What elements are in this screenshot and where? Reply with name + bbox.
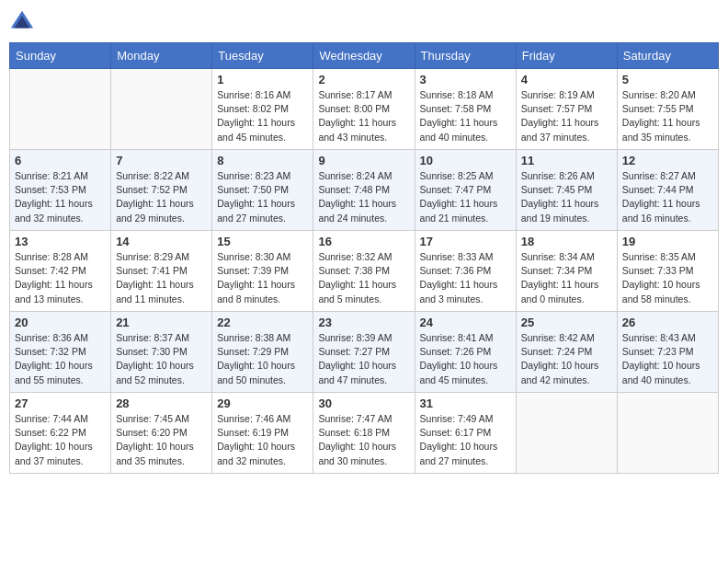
calendar-cell: 30Sunrise: 7:47 AMSunset: 6:18 PMDayligh… [313,393,415,474]
day-info: Sunrise: 7:45 AMSunset: 6:20 PMDaylight:… [116,412,207,468]
day-number: 19 [622,235,713,248]
calendar-header-thursday: Thursday [415,43,516,69]
calendar-week-row: 13Sunrise: 8:28 AMSunset: 7:42 PMDayligh… [10,231,719,312]
calendar-header-friday: Friday [516,43,617,69]
day-info: Sunrise: 8:24 AMSunset: 7:48 PMDaylight:… [318,169,409,225]
calendar-cell: 9Sunrise: 8:24 AMSunset: 7:48 PMDaylight… [313,150,415,231]
calendar-header-tuesday: Tuesday [212,43,313,69]
calendar-header-row: SundayMondayTuesdayWednesdayThursdayFrid… [10,43,719,69]
calendar-cell: 29Sunrise: 7:46 AMSunset: 6:19 PMDayligh… [212,393,313,474]
calendar-header-monday: Monday [111,43,212,69]
calendar-week-row: 1Sunrise: 8:16 AMSunset: 8:02 PMDaylight… [10,69,719,150]
day-info: Sunrise: 8:20 AMSunset: 7:55 PMDaylight:… [622,88,713,144]
day-number: 3 [420,73,511,86]
calendar-cell: 6Sunrise: 8:21 AMSunset: 7:53 PMDaylight… [10,150,111,231]
calendar-cell: 31Sunrise: 7:49 AMSunset: 6:17 PMDayligh… [415,393,516,474]
calendar-cell: 27Sunrise: 7:44 AMSunset: 6:22 PMDayligh… [10,393,111,474]
day-number: 30 [318,396,409,410]
calendar-cell: 18Sunrise: 8:34 AMSunset: 7:34 PMDayligh… [516,231,617,312]
calendar-cell: 3Sunrise: 8:18 AMSunset: 7:58 PMDaylight… [415,69,516,150]
calendar-cell: 28Sunrise: 7:45 AMSunset: 6:20 PMDayligh… [111,393,212,474]
day-info: Sunrise: 7:49 AMSunset: 6:17 PMDaylight:… [420,412,511,468]
day-number: 1 [217,73,308,86]
day-number: 26 [622,316,713,329]
day-number: 9 [318,154,409,167]
calendar-week-row: 20Sunrise: 8:36 AMSunset: 7:32 PMDayligh… [10,312,719,393]
calendar-cell: 20Sunrise: 8:36 AMSunset: 7:32 PMDayligh… [10,312,111,393]
day-number: 29 [217,396,308,410]
day-info: Sunrise: 8:35 AMSunset: 7:33 PMDaylight:… [622,250,713,306]
day-number: 4 [521,73,612,86]
day-info: Sunrise: 8:33 AMSunset: 7:36 PMDaylight:… [420,250,511,306]
calendar-cell: 21Sunrise: 8:37 AMSunset: 7:30 PMDayligh… [111,312,212,393]
day-number: 20 [15,316,106,329]
day-number: 24 [420,316,511,329]
day-number: 5 [622,73,713,86]
calendar-cell: 19Sunrise: 8:35 AMSunset: 7:33 PMDayligh… [617,231,718,312]
calendar-cell: 24Sunrise: 8:41 AMSunset: 7:26 PMDayligh… [415,312,516,393]
day-info: Sunrise: 8:28 AMSunset: 7:42 PMDaylight:… [15,250,106,306]
calendar-cell: 15Sunrise: 8:30 AMSunset: 7:39 PMDayligh… [212,231,313,312]
day-number: 13 [15,235,106,248]
calendar-cell [111,69,212,150]
day-info: Sunrise: 8:32 AMSunset: 7:38 PMDaylight:… [318,250,409,306]
day-info: Sunrise: 8:21 AMSunset: 7:53 PMDaylight:… [15,169,106,225]
calendar-cell: 13Sunrise: 8:28 AMSunset: 7:42 PMDayligh… [10,231,111,312]
calendar-header-wednesday: Wednesday [313,43,415,69]
day-info: Sunrise: 8:30 AMSunset: 7:39 PMDaylight:… [217,250,308,306]
calendar-table: SundayMondayTuesdayWednesdayThursdayFrid… [9,42,719,474]
day-number: 31 [420,396,511,410]
day-info: Sunrise: 8:34 AMSunset: 7:34 PMDaylight:… [521,250,612,306]
calendar-cell [516,393,617,474]
day-number: 6 [15,154,106,167]
day-number: 17 [420,235,511,248]
day-info: Sunrise: 8:43 AMSunset: 7:23 PMDaylight:… [622,331,713,387]
day-info: Sunrise: 8:42 AMSunset: 7:24 PMDaylight:… [521,331,612,387]
calendar-cell: 10Sunrise: 8:25 AMSunset: 7:47 PMDayligh… [415,150,516,231]
day-number: 25 [521,316,612,329]
day-number: 16 [318,235,409,248]
calendar-cell: 11Sunrise: 8:26 AMSunset: 7:45 PMDayligh… [516,150,617,231]
day-info: Sunrise: 8:41 AMSunset: 7:26 PMDaylight:… [420,331,511,387]
day-number: 7 [116,154,207,167]
logo [9,9,39,35]
calendar-cell: 17Sunrise: 8:33 AMSunset: 7:36 PMDayligh… [415,231,516,312]
day-info: Sunrise: 7:44 AMSunset: 6:22 PMDaylight:… [15,412,106,468]
calendar-cell: 22Sunrise: 8:38 AMSunset: 7:29 PMDayligh… [212,312,313,393]
calendar-week-row: 27Sunrise: 7:44 AMSunset: 6:22 PMDayligh… [10,393,719,474]
day-info: Sunrise: 8:26 AMSunset: 7:45 PMDaylight:… [521,169,612,225]
logo-icon [9,9,35,35]
calendar-cell [10,69,111,150]
day-info: Sunrise: 8:29 AMSunset: 7:41 PMDaylight:… [116,250,207,306]
calendar-header-saturday: Saturday [617,43,718,69]
calendar-cell: 7Sunrise: 8:22 AMSunset: 7:52 PMDaylight… [111,150,212,231]
day-info: Sunrise: 7:46 AMSunset: 6:19 PMDaylight:… [217,412,308,468]
day-info: Sunrise: 7:47 AMSunset: 6:18 PMDaylight:… [318,412,409,468]
day-number: 12 [622,154,713,167]
calendar-cell: 26Sunrise: 8:43 AMSunset: 7:23 PMDayligh… [617,312,718,393]
day-info: Sunrise: 8:36 AMSunset: 7:32 PMDaylight:… [15,331,106,387]
day-info: Sunrise: 8:23 AMSunset: 7:50 PMDaylight:… [217,169,308,225]
calendar-header-sunday: Sunday [10,43,111,69]
day-info: Sunrise: 8:25 AMSunset: 7:47 PMDaylight:… [420,169,511,225]
day-info: Sunrise: 8:17 AMSunset: 8:00 PMDaylight:… [318,88,409,144]
day-info: Sunrise: 8:37 AMSunset: 7:30 PMDaylight:… [116,331,207,387]
header [9,9,719,35]
day-number: 15 [217,235,308,248]
day-info: Sunrise: 8:38 AMSunset: 7:29 PMDaylight:… [217,331,308,387]
calendar-cell: 16Sunrise: 8:32 AMSunset: 7:38 PMDayligh… [313,231,415,312]
calendar-cell: 2Sunrise: 8:17 AMSunset: 8:00 PMDaylight… [313,69,415,150]
calendar-cell: 1Sunrise: 8:16 AMSunset: 8:02 PMDaylight… [212,69,313,150]
calendar-cell: 25Sunrise: 8:42 AMSunset: 7:24 PMDayligh… [516,312,617,393]
calendar-cell: 12Sunrise: 8:27 AMSunset: 7:44 PMDayligh… [617,150,718,231]
day-info: Sunrise: 8:27 AMSunset: 7:44 PMDaylight:… [622,169,713,225]
day-number: 2 [318,73,409,86]
calendar-cell: 23Sunrise: 8:39 AMSunset: 7:27 PMDayligh… [313,312,415,393]
day-number: 27 [15,396,106,410]
day-info: Sunrise: 8:22 AMSunset: 7:52 PMDaylight:… [116,169,207,225]
day-number: 21 [116,316,207,329]
day-number: 8 [217,154,308,167]
day-number: 28 [116,396,207,410]
calendar-cell: 14Sunrise: 8:29 AMSunset: 7:41 PMDayligh… [111,231,212,312]
day-info: Sunrise: 8:18 AMSunset: 7:58 PMDaylight:… [420,88,511,144]
